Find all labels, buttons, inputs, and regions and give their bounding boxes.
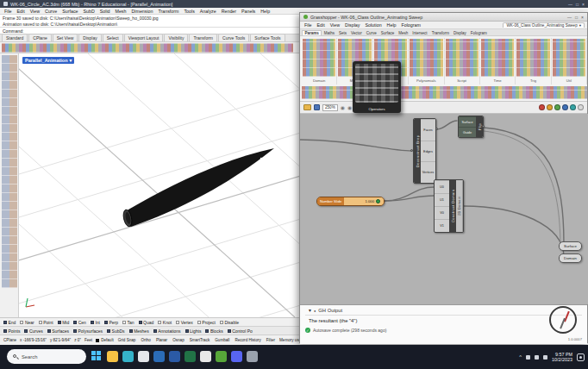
menu-item[interactable]: Mesh [113, 9, 129, 14]
viewport-tab[interactable]: Parallel_Animation ▾ [22, 57, 74, 64]
filter-toggle[interactable]: Surfaces [47, 328, 69, 334]
input-port[interactable]: U1 [435, 193, 449, 206]
osnap-checkbox[interactable] [122, 321, 126, 324]
menu-item[interactable]: Help [258, 9, 272, 14]
ribbon-tab[interactable]: Surface [378, 31, 397, 35]
close-icon[interactable]: × [582, 2, 585, 7]
filter-toggle[interactable]: Meshes [129, 328, 149, 334]
filter-checkbox[interactable] [107, 329, 110, 333]
ribbon-tab[interactable]: Params [302, 30, 322, 35]
filter-toggle[interactable]: Points [3, 328, 20, 334]
toolbar-tab[interactable]: Standard [2, 34, 28, 41]
menu-item[interactable]: Analyze [197, 9, 219, 14]
menu-item[interactable]: Tools [181, 9, 197, 14]
cplane-label[interactable]: CPlane [3, 338, 16, 342]
osnap-toggle[interactable]: Quad [139, 320, 154, 325]
settings-icon[interactable] [247, 351, 258, 362]
output-nub[interactable] [435, 128, 438, 130]
notification-bell-icon[interactable] [577, 353, 585, 361]
minimize-icon[interactable]: — [567, 15, 572, 20]
number-slider[interactable]: Number Slide 1.000 [316, 197, 385, 206]
filter-checkbox[interactable] [205, 329, 209, 333]
rhino-icon[interactable] [200, 351, 211, 362]
slider-handle[interactable] [376, 199, 380, 203]
menu-item[interactable]: File [302, 22, 315, 28]
ribbon-group-icons-pattern[interactable] [516, 39, 549, 77]
clock[interactable]: 9:57 PM 10/2/2023 [552, 352, 572, 363]
close-icon[interactable]: × [581, 15, 584, 20]
output-port[interactable]: Edges [421, 141, 435, 162]
output-nub[interactable] [482, 125, 485, 128]
osnap-toggle[interactable]: Mid [58, 320, 70, 325]
osnap-toggle[interactable]: Vertex [176, 320, 193, 325]
filter-checkbox[interactable] [24, 329, 28, 333]
osnap-checkbox[interactable] [197, 321, 201, 324]
osnap-checkbox[interactable] [73, 321, 77, 324]
ribbon-group-icons-pattern[interactable] [303, 39, 335, 77]
status-toggle[interactable]: Ortho [140, 338, 152, 342]
toolbar-tab[interactable]: Set View [53, 34, 78, 41]
osnap-toggle[interactable]: Disable [220, 320, 239, 325]
toolbar-tab[interactable]: Curve Tools [218, 34, 249, 41]
osnap-checkbox[interactable] [104, 321, 108, 324]
menu-item[interactable]: Display [342, 22, 362, 28]
rhino-side-toolbar[interactable] [0, 53, 19, 317]
slider-track[interactable]: 1.000 [344, 197, 384, 205]
toolbar-tab[interactable]: CPlane [28, 34, 51, 41]
toolbar-tab[interactable]: Surface Tools [250, 34, 285, 41]
filter-checkbox[interactable] [129, 329, 133, 333]
status-toggle[interactable]: Gumball [214, 338, 230, 342]
filter-toggle[interactable]: SubDs [107, 328, 125, 334]
status-toggle[interactable]: SmartTrack [189, 338, 211, 342]
file-explorer-icon[interactable] [107, 351, 118, 362]
maximize-icon[interactable]: □ [575, 15, 578, 20]
osnap-toggle[interactable]: Int [91, 320, 100, 325]
ribbon-tab[interactable]: Intersect [410, 31, 429, 35]
menu-item[interactable]: Fologram [399, 22, 423, 28]
ribbon-tab[interactable]: Transform [429, 31, 451, 35]
filter-toggle[interactable]: Lights [185, 328, 202, 334]
filter-checkbox[interactable] [73, 329, 77, 333]
ribbon-group[interactable]: Domain [302, 38, 337, 84]
toolbar-tab[interactable]: Display [78, 34, 101, 41]
gh-document-tab[interactable]: WK-06_Class Outline_Animating Sweep ▾ [503, 22, 585, 28]
minimize-icon[interactable]: — [568, 2, 572, 7]
osnap-checkbox[interactable] [220, 321, 223, 324]
menu-item[interactable]: Curve [42, 9, 59, 14]
gh-title-bar[interactable]: Grasshopper - WK-06_Class Outline_Animat… [300, 13, 587, 22]
wifi-icon[interactable] [526, 355, 530, 360]
filter-toggle[interactable]: Blocks [205, 328, 222, 334]
ribbon-group-icons-pattern[interactable] [410, 39, 442, 77]
menu-item[interactable]: Solid [97, 9, 113, 14]
menu-item[interactable]: SubD [80, 9, 97, 14]
filter-checkbox[interactable] [153, 329, 157, 333]
active-layer[interactable]: Default [96, 338, 114, 342]
chevron-down-icon[interactable]: ▾ [309, 308, 311, 313]
eye-icon[interactable]: ◉ [341, 104, 345, 111]
discord-icon[interactable] [231, 351, 242, 362]
osnap-checkbox[interactable] [39, 321, 42, 324]
osnap-toggle[interactable]: Perp [104, 320, 118, 325]
ribbon-group[interactable]: Trig [516, 38, 551, 84]
eye-icon[interactable]: ◉ [347, 104, 352, 111]
ribbon-tab[interactable]: Display [451, 31, 468, 35]
osnap-toggle[interactable]: Tan [122, 320, 134, 325]
toolbar-tab[interactable]: Select [103, 34, 123, 41]
filter-toggle[interactable]: Annotations [153, 328, 181, 334]
open-file-icon[interactable] [303, 104, 311, 110]
chrome-icon[interactable] [138, 351, 149, 362]
menu-item[interactable]: Solution [362, 22, 384, 28]
osnap-checkbox[interactable] [158, 321, 161, 324]
ribbon-group-icons-pattern[interactable] [553, 39, 585, 77]
toolbar-tab[interactable]: Visibility [164, 34, 188, 41]
ribbon-tab[interactable]: Mesh [397, 31, 410, 35]
menu-item[interactable]: Surface [59, 9, 80, 14]
display-mode-white-icon[interactable] [578, 104, 584, 110]
osnap-toggle[interactable]: Cen [73, 320, 86, 325]
save-file-icon[interactable] [314, 104, 320, 110]
status-toggle[interactable]: Osnap [172, 338, 185, 342]
filter-toggle[interactable]: Polysurfaces [73, 328, 103, 334]
component-deconstruct-brep[interactable]: Deconstruct Brep FacesEdgesVertices [413, 118, 436, 184]
status-toggle[interactable]: Record History [234, 338, 261, 342]
taskbar-search[interactable]: Search [7, 349, 86, 364]
